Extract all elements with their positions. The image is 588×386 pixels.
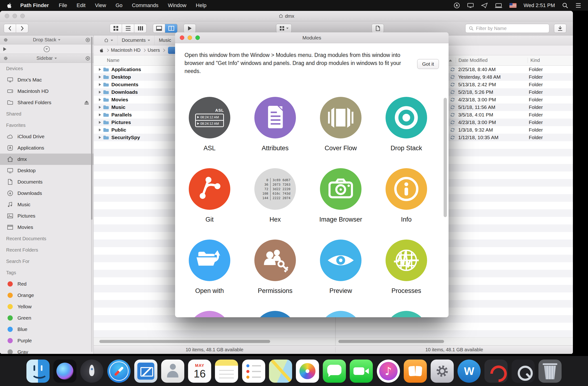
dock-itunes-icon[interactable] xyxy=(377,360,400,383)
module-git[interactable]: Git xyxy=(177,168,242,240)
play-button[interactable] xyxy=(184,24,196,33)
column-header-name[interactable]: Name xyxy=(107,58,119,63)
notification-center-icon[interactable] xyxy=(575,3,581,8)
disclosure-triangle-icon[interactable] xyxy=(99,68,101,71)
menu-view[interactable]: View xyxy=(95,2,106,8)
close-panel-icon[interactable] xyxy=(85,56,90,61)
column-header-kind[interactable]: Kind xyxy=(528,58,540,63)
sidebar-item-downloads[interactable]: Downloads xyxy=(0,188,93,199)
dock-photos-icon[interactable] xyxy=(296,360,319,383)
gear-icon[interactable] xyxy=(3,56,8,61)
scrollbar-thumb[interactable] xyxy=(99,340,270,343)
module-preview[interactable]: Preview xyxy=(308,240,374,311)
dock-siri-icon[interactable] xyxy=(53,360,76,383)
got-it-button[interactable]: Got it xyxy=(417,59,439,69)
menu-window[interactable]: Window xyxy=(168,2,186,8)
dock-notes-icon[interactable] xyxy=(215,360,238,383)
disclosure-play-icon[interactable] xyxy=(3,47,6,51)
disclosure-triangle-icon[interactable] xyxy=(99,129,101,131)
sidebar-item-desktop[interactable]: Desktop xyxy=(0,165,93,176)
forward-button[interactable] xyxy=(16,24,28,33)
sidebar-tag-red[interactable]: Red xyxy=(0,278,93,290)
scrollbar-thumb[interactable] xyxy=(91,37,92,220)
dock-trash-icon[interactable] xyxy=(538,360,562,383)
sidebar-item-icloud-drive[interactable]: iCloud Drive xyxy=(0,131,93,142)
drop-stack-target-icon[interactable] xyxy=(44,46,50,52)
menu-file[interactable]: File xyxy=(59,2,67,8)
dock-messages-icon[interactable] xyxy=(323,360,346,383)
scrollbar-thumb[interactable] xyxy=(338,340,444,343)
icon-view-button[interactable] xyxy=(110,24,122,33)
sidebar-tag-green[interactable]: Green xyxy=(0,312,93,324)
paper-plane-status-icon[interactable] xyxy=(481,2,488,8)
module-open-with[interactable]: Open with xyxy=(177,240,242,311)
apple-icon[interactable] xyxy=(100,48,104,53)
disclosure-triangle-icon[interactable] xyxy=(99,76,101,78)
us-keyboard-flag-icon[interactable] xyxy=(509,3,517,8)
module-partial-1[interactable] xyxy=(177,311,242,317)
drop-stack-header[interactable]: Drop Stack xyxy=(0,35,93,45)
disclosure-triangle-icon[interactable] xyxy=(99,114,101,116)
sidebar-section-recent-documents[interactable]: Recent Documents xyxy=(0,233,93,244)
downloads-button[interactable] xyxy=(554,24,566,33)
sidebar-tag-yellow[interactable]: Yellow xyxy=(0,301,93,312)
list-view-button[interactable] xyxy=(122,24,134,33)
sidebar-tag-gray[interactable]: Gray xyxy=(0,346,93,354)
drop-stack-zone[interactable] xyxy=(0,45,93,54)
minimize-button[interactable] xyxy=(188,35,192,40)
dock-quicktime-icon[interactable] xyxy=(512,360,535,383)
module-hex[interactable]: 0 36 72 108 144 3c69 6d67 2073 7263 3d22… xyxy=(242,168,308,240)
dock-reminders-icon[interactable] xyxy=(242,360,265,383)
device-status-icon[interactable] xyxy=(495,2,502,8)
sidebar-item-dmx[interactable]: dmx xyxy=(0,154,93,165)
dock-ibooks-icon[interactable] xyxy=(404,360,427,383)
window-title-bar[interactable]: dmx xyxy=(0,11,573,21)
sort-ascending-icon[interactable] xyxy=(449,60,452,61)
apple-menu[interactable] xyxy=(0,2,20,8)
menu-help[interactable]: Help xyxy=(196,2,207,8)
sidebar-item-pictures[interactable]: Pictures xyxy=(0,210,93,222)
disclosure-triangle-icon[interactable] xyxy=(99,83,101,86)
sidebar-item-macintosh-hd[interactable]: Macintosh HD xyxy=(0,86,93,97)
module-image-browser[interactable]: Image Browser xyxy=(308,168,374,240)
module-drop-stack[interactable]: Drop Stack xyxy=(374,97,439,168)
module-partial-2[interactable] xyxy=(242,311,308,317)
sidebar-panel-header[interactable]: Sidebar xyxy=(0,54,93,63)
module-cover-flow[interactable]: Cover Flow xyxy=(308,97,374,168)
filter-input[interactable] xyxy=(476,26,546,31)
close-button[interactable] xyxy=(180,35,184,40)
sidebar-tag-purple[interactable]: Purple xyxy=(0,335,93,346)
column-header-date-modified[interactable]: Date Modified xyxy=(456,58,487,63)
sidebar-scrollbar[interactable] xyxy=(91,37,92,352)
sidebar-item-applications[interactable]: Applications xyxy=(0,142,93,154)
sidebar-item-documents[interactable]: Documents xyxy=(0,176,93,188)
disclosure-triangle-icon[interactable] xyxy=(99,121,101,124)
close-button[interactable] xyxy=(5,14,9,18)
crumb-users[interactable]: Users xyxy=(148,47,160,53)
display-status-icon[interactable] xyxy=(467,2,474,8)
sidebar-item-music[interactable]: Music xyxy=(0,199,93,210)
dock-mail-icon[interactable] xyxy=(134,360,157,383)
module-processes[interactable]: Processes xyxy=(374,240,439,311)
sidebar-tag-blue[interactable]: Blue xyxy=(0,324,93,335)
documents-crumb[interactable]: Documents xyxy=(118,35,155,45)
spotlight-icon[interactable] xyxy=(562,2,568,8)
dock-acrobat-icon[interactable] xyxy=(484,360,507,383)
sidebar-item-dmxs-mac[interactable]: Dmx's Mac xyxy=(0,74,93,86)
sidebar-section-search-for[interactable]: Search For xyxy=(0,256,93,267)
app-menu-path-finder[interactable]: Path Finder xyxy=(20,2,49,8)
location-status-icon[interactable] xyxy=(454,2,460,8)
bottom-drawer-button[interactable] xyxy=(153,24,165,33)
menu-edit[interactable]: Edit xyxy=(76,2,85,8)
menu-bar-clock[interactable]: Wed 2:51 PM xyxy=(524,2,555,8)
dock-system-preferences-icon[interactable] xyxy=(431,360,454,383)
dock-wunderlist-icon[interactable] xyxy=(458,360,481,383)
modules-scrollbar-thumb[interactable] xyxy=(444,98,447,217)
horizontal-scrollbar[interactable] xyxy=(336,337,573,345)
horizontal-scrollbar[interactable] xyxy=(94,337,335,345)
disclosure-triangle-icon[interactable] xyxy=(99,136,101,139)
dock-calendar-icon[interactable]: MAY 16 xyxy=(188,360,211,383)
menu-go[interactable]: Go xyxy=(116,2,123,8)
sidebar-section-recent-folders[interactable]: Recent Folders xyxy=(0,244,93,256)
view-options-dropdown[interactable] xyxy=(276,24,292,33)
